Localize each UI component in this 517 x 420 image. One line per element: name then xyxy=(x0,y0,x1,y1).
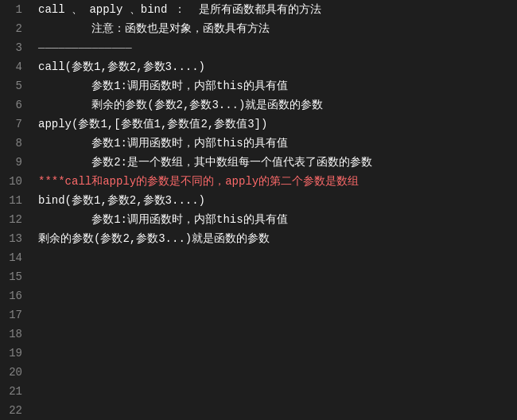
line-number-11: 11 xyxy=(6,191,22,210)
line-number-9: 9 xyxy=(6,153,22,172)
code-line-11: apply(参数1,[参数值1,参数值2,参数值3]) xyxy=(38,115,517,134)
line-number-12: 12 xyxy=(6,210,22,229)
code-line-17: ****call和apply的参数是不同的，apply的第二个参数是数组 xyxy=(38,172,517,191)
line-number-10: 10 xyxy=(6,172,22,191)
line-number-14: 14 xyxy=(6,248,22,267)
line-number-20: 20 xyxy=(6,363,22,382)
line-number-13: 13 xyxy=(6,229,22,248)
code-line-8: 参数1:调用函数时，内部this的具有值 xyxy=(38,76,517,95)
code-line-21: 参数1:调用函数时，内部this的具有值 xyxy=(38,210,517,229)
code-line-9: 剩余的参数(参数2,参数3...)就是函数的参数 xyxy=(38,95,517,115)
line-number-2: 2 xyxy=(6,19,22,38)
line-number-7: 7 xyxy=(6,115,22,134)
code-line-5: —————————————— xyxy=(38,38,517,57)
code-line-3: 注意：函数也是对象，函数具有方法 xyxy=(38,19,517,38)
code-line-13: 参数1:调用函数时，内部this的具有值 xyxy=(38,134,517,153)
line-number-3: 3 xyxy=(6,38,22,57)
line-number-15: 15 xyxy=(6,267,22,286)
code-editor: 12345678910111213141516171819202122 call… xyxy=(0,0,517,420)
code-line-1: call 、 apply 、bind ： 是所有函数都具有的方法 xyxy=(38,0,517,19)
line-number-22: 22 xyxy=(6,401,22,420)
code-line-22: 剩余的参数(参数2,参数3...)就是函数的参数 xyxy=(38,229,517,248)
line-numbers: 12345678910111213141516171819202122 xyxy=(0,0,29,420)
line-number-4: 4 xyxy=(6,57,22,76)
line-number-6: 6 xyxy=(6,95,22,115)
line-number-17: 17 xyxy=(6,305,22,325)
line-number-18: 18 xyxy=(6,325,22,344)
line-number-5: 5 xyxy=(6,76,22,95)
line-number-8: 8 xyxy=(6,134,22,153)
line-number-21: 21 xyxy=(6,382,22,401)
code-line-6: call(参数1,参数2,参数3....) xyxy=(38,57,517,76)
line-number-1: 1 xyxy=(6,0,22,19)
code-line-14: 参数2:是一个数组，其中数组每一个值代表了函数的参数 xyxy=(38,153,517,172)
code-content: call 、 apply 、bind ： 是所有函数都具有的方法 注意：函数也是… xyxy=(29,0,517,420)
line-number-19: 19 xyxy=(6,344,22,363)
line-number-16: 16 xyxy=(6,286,22,305)
code-line-20: bind(参数1,参数2,参数3....) xyxy=(38,191,517,210)
